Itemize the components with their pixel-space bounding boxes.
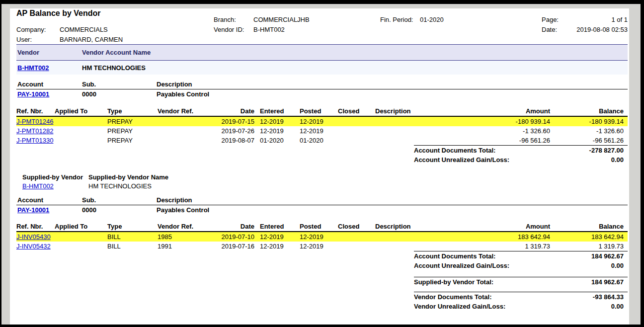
- total-label: Account Documents Total:: [414, 251, 495, 261]
- supplied-by-vendor-name-header: Supplied-by Vendor Name: [88, 173, 628, 182]
- sub-cell: 0000: [82, 90, 157, 98]
- total-value: 0.00: [611, 261, 628, 270]
- total-label: Vendor Unrealized Gain/Loss:: [414, 302, 505, 311]
- account-link[interactable]: PAY-10001: [17, 90, 49, 98]
- ref-nbr-link[interactable]: J-INV05430: [16, 233, 51, 241]
- branch-value: COMMERCIALJHB: [253, 16, 310, 24]
- total-row: Supplied-by Vendor Total: 184 962.67: [414, 277, 628, 287]
- ref-nbr-link[interactable]: J-INV05432: [16, 243, 51, 250]
- documents-table-1: Ref. Nbr. Applied To Type Vendor Ref. Da…: [16, 106, 628, 145]
- total-row: Account Unrealized Gain/Loss: 0.00: [414, 261, 628, 270]
- description-header: Description: [375, 222, 445, 232]
- supplied-by-vendor-name-cell: HM TECHNOLOGIES: [88, 182, 628, 191]
- applied-to-cell: [55, 126, 107, 136]
- table-row: J-PMT01330 PREPAY 2019-08-07 01-2020 01-…: [16, 136, 628, 145]
- description-header: Description: [375, 106, 445, 116]
- account-link[interactable]: PAY-10001: [17, 206, 49, 214]
- vendor-ref-cell: 1985: [158, 232, 215, 242]
- table-row: J-PMT01282 PREPAY 2019-07-26 12-2019 12-…: [16, 126, 628, 136]
- amount-cell: -180 939.14: [445, 116, 550, 126]
- type-cell: BILL: [107, 242, 158, 251]
- vendor-ref-cell: [158, 136, 215, 145]
- page-title: AP Balance by Vendor: [16, 9, 101, 17]
- closed-cell: [338, 242, 375, 251]
- description-header: Description: [157, 196, 628, 204]
- type-cell: BILL: [107, 232, 158, 242]
- date-cell: 2019-07-10: [215, 232, 254, 242]
- total-label: Account Unrealized Gain/Loss:: [414, 261, 509, 270]
- total-value: 184 962.67: [591, 277, 628, 287]
- applied-to-cell: [55, 136, 107, 145]
- ref-nbr-cell: J-PMT01282: [16, 126, 55, 136]
- description-cell: [375, 232, 445, 242]
- balance-cell: -1 326.60: [550, 126, 628, 136]
- description-cell: [375, 242, 445, 251]
- ref-nbr-cell: J-INV05430: [16, 232, 55, 242]
- ref-nbr-link[interactable]: J-PMT01282: [16, 127, 53, 135]
- total-value: -278 827.00: [589, 146, 628, 155]
- total-row: Account Unrealized Gain/Loss: 0.00: [414, 155, 628, 164]
- vendor-id-label: Vendor ID:: [214, 26, 244, 34]
- account-row: PAY-10001 0000 Payables Control: [16, 89, 628, 99]
- table-row: J-INV05430 BILL 1985 2019-07-10 12-2019 …: [16, 232, 628, 242]
- type-header: Type: [107, 222, 158, 232]
- account-cell: PAY-10001: [16, 90, 82, 98]
- account-section-1: Account Sub. Description PAY-10001 0000 …: [16, 80, 628, 99]
- vendor-ref-header: Vendor Ref.: [158, 106, 215, 116]
- account-totals-2: Account Documents Total: 184 962.67 Acco…: [414, 251, 628, 270]
- balance-header: Balance: [550, 106, 628, 116]
- entered-cell: 12-2019: [254, 242, 300, 251]
- user-label: User:: [16, 36, 32, 44]
- ref-nbr-link[interactable]: J-PMT01246: [16, 118, 53, 125]
- closed-cell: [338, 116, 375, 126]
- fin-period-value: 01-2020: [420, 16, 444, 24]
- vendor-link[interactable]: B-HMT002: [17, 64, 49, 72]
- amount-cell: -1 326.60: [445, 126, 550, 136]
- total-row: Account Documents Total: -278 827.00: [414, 146, 628, 155]
- ref-nbr-link[interactable]: J-PMT01330: [16, 137, 53, 144]
- applied-to-header: Applied To: [55, 222, 107, 232]
- account-header: Account: [16, 81, 82, 88]
- type-cell: PREPAY: [107, 126, 158, 136]
- account-totals-1: Account Documents Total: -278 827.00 Acc…: [414, 145, 628, 164]
- account-cell: PAY-10001: [16, 206, 82, 214]
- total-row: Vendor Unrealized Gain/Loss: 0.00: [414, 302, 628, 311]
- fin-period-label: Fin. Period:: [380, 16, 413, 24]
- posted-header: Posted: [300, 106, 338, 116]
- balance-cell: 1 319.73: [550, 242, 628, 251]
- applied-to-cell: [55, 232, 107, 242]
- supplied-by-vendor-block: Supplied-by Vendor Supplied-by Vendor Na…: [16, 173, 628, 191]
- user-value: BARNARD, CARMEN: [60, 36, 123, 44]
- vendor-ref-header: Vendor Ref.: [158, 222, 215, 232]
- date-cell: 2019-07-16: [215, 242, 254, 251]
- vendor-ref-cell: [158, 126, 215, 136]
- account-header-row: Account Sub. Description: [16, 80, 628, 89]
- applied-to-header: Applied To: [55, 106, 107, 116]
- balance-header: Balance: [550, 222, 628, 232]
- report-header: AP Balance by Vendor Company: COMMERCIAL…: [16, 8, 628, 44]
- date-label: Date:: [542, 26, 557, 34]
- sub-cell: 0000: [82, 206, 157, 214]
- vendor-ref-cell: [158, 116, 215, 126]
- ref-nbr-cell: J-INV05432: [16, 242, 55, 251]
- date-cell: 2019-07-15: [215, 116, 254, 126]
- vendor-name-column-header: Vendor Account Name: [82, 49, 628, 56]
- vendor-cell: B-HMT002: [16, 64, 82, 72]
- table-row: J-PMT01246 PREPAY 2019-07-15 12-2019 12-…: [16, 116, 628, 126]
- description-header: Description: [157, 81, 628, 88]
- balance-cell: 183 642.94: [550, 232, 628, 242]
- sub-header: Sub.: [82, 81, 157, 88]
- total-row: Account Documents Total: 184 962.67: [414, 251, 628, 261]
- entered-header: Entered: [254, 106, 300, 116]
- entered-header: Entered: [254, 222, 300, 232]
- supplied-by-vendor-total: Supplied-by Vendor Total: 184 962.67: [414, 277, 628, 287]
- closed-cell: [338, 126, 375, 136]
- entered-cell: 12-2019: [254, 126, 300, 136]
- description-cell: [375, 116, 445, 126]
- description-cell: Payables Control: [157, 90, 628, 98]
- posted-cell: 12-2019: [300, 116, 338, 126]
- amount-header: Amount: [445, 106, 550, 116]
- posted-cell: 12-2019: [300, 242, 338, 251]
- amount-cell: 1 319.73: [445, 242, 550, 251]
- supplied-by-vendor-link[interactable]: B-HMT002: [22, 182, 54, 190]
